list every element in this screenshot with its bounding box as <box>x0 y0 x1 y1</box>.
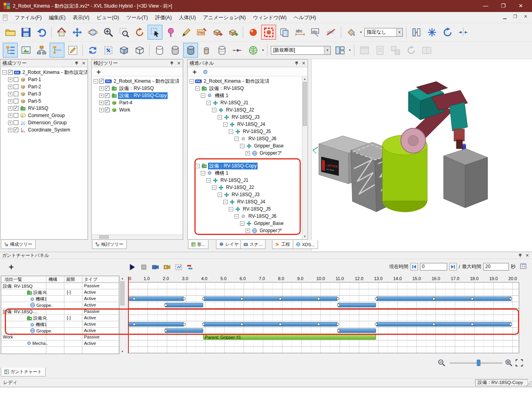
tree-item-RV-18SQ_J6[interactable]: −⊘RV-18SQ_J6 <box>188 135 307 142</box>
mdi-minimize-button[interactable]: ▁ <box>502 14 508 19</box>
pin-icon[interactable] <box>74 60 79 66</box>
gantt-row-Mecha..[interactable]: ⚙Mecha..Active <box>1 340 119 347</box>
compare-button[interactable] <box>357 43 372 58</box>
mesh-display-button[interactable] <box>246 43 260 58</box>
tab-XDS...[interactable]: XDS... <box>293 240 318 249</box>
copy-object-button[interactable] <box>277 25 292 40</box>
visibility-checkbox[interactable] <box>105 100 110 105</box>
open-button[interactable] <box>3 25 18 40</box>
visibility-checkbox[interactable] <box>105 86 110 91</box>
expander-icon[interactable]: + <box>8 85 12 89</box>
tree-item-RV-18SQ[interactable]: +RV-18SQ <box>1 105 87 112</box>
edit-mode-button[interactable] <box>65 43 80 58</box>
visibility-checkbox[interactable] <box>14 106 18 111</box>
expander-icon[interactable]: − <box>2 70 7 75</box>
highlight-select-button[interactable] <box>261 25 276 40</box>
grid-settings-icon[interactable] <box>520 263 526 271</box>
fit-window-button[interactable] <box>101 43 116 58</box>
column-header-項目一覧[interactable]: 項目一覧 <box>4 277 22 283</box>
record-movie-button[interactable] <box>150 262 160 272</box>
transform-part-button[interactable] <box>226 25 240 40</box>
expander-icon[interactable]: − <box>201 94 205 98</box>
expander-icon[interactable]: + <box>246 229 250 233</box>
tree-item-Gripper_Base[interactable]: −Gripper_Base <box>188 220 307 227</box>
expand-toggle[interactable]: [-] <box>67 290 71 295</box>
gantt-vertical-scrollbar[interactable]: ▲ ▼ <box>120 276 125 354</box>
expander-icon[interactable]: − <box>206 101 211 105</box>
column-header-タイプ[interactable]: タイプ <box>84 277 98 283</box>
expander-icon[interactable]: − <box>223 200 228 204</box>
pin-icon[interactable] <box>169 60 174 66</box>
tree-item-設備：RV-18SQ-Copy[interactable]: −設備：RV-18SQ-Copy <box>188 162 307 169</box>
section-combo[interactable]: [新規断面]▼ <box>271 46 331 55</box>
menu-item-6[interactable]: 人体(U) <box>175 12 199 23</box>
menu-item-3[interactable]: ビュー(O) <box>93 12 122 23</box>
solid-display-button[interactable] <box>116 43 131 58</box>
tree-item-RV-18SQ_J2[interactable]: −RV-18SQ_J2 <box>188 184 307 191</box>
gantt-row-機構1[interactable]: ⚙機構1Active <box>1 321 119 328</box>
chevron-down-icon[interactable]: ▼ <box>396 28 402 36</box>
max-time-input[interactable]: 20 <box>483 263 509 271</box>
gantt-row-機構1[interactable]: ⚙機構1Active <box>1 296 119 302</box>
pin-icon[interactable] <box>294 60 299 66</box>
expander-icon[interactable]: − <box>212 108 216 112</box>
save-button[interactable] <box>18 25 33 40</box>
report-button[interactable] <box>372 43 387 58</box>
bar-style-button[interactable] <box>185 262 195 272</box>
select-button[interactable] <box>148 25 162 40</box>
expander-icon[interactable]: + <box>8 106 12 111</box>
expand-toggle[interactable]: [-] <box>67 315 71 320</box>
settings-gear-icon[interactable]: ⚙ <box>203 69 208 75</box>
step-back-button[interactable] <box>410 263 418 271</box>
tree-item-RV-18SQ_J3[interactable]: −RV-18SQ_J3 <box>188 191 307 198</box>
expander-icon[interactable]: − <box>94 79 98 84</box>
tree-item-機構 1[interactable]: −⚙機構 1 <box>188 92 307 99</box>
expander-icon[interactable]: + <box>8 78 12 82</box>
paint-style-button[interactable] <box>344 25 358 40</box>
centerline-button[interactable] <box>230 43 245 58</box>
tree-item-Part-5[interactable]: +Part-5 <box>1 98 87 105</box>
gantt-row-Groppe.[interactable]: Groppe.Active <box>1 328 119 334</box>
step-forward-button[interactable] <box>449 263 457 271</box>
expander-icon[interactable]: + <box>246 151 250 155</box>
menu-item-1[interactable]: 編集(E) <box>45 12 69 23</box>
tab-composition-tree[interactable]: 構成ツリー <box>1 240 36 249</box>
snap-button[interactable] <box>424 25 439 40</box>
tree-item-RV-18SQ_J2[interactable]: −RV-18SQ_J2 <box>188 106 307 113</box>
tree-item-Part-2[interactable]: +Part-2 <box>1 83 87 90</box>
mdi-close-button[interactable]: ✕ <box>522 14 529 19</box>
menu-item-5[interactable]: 評価(A) <box>152 12 176 23</box>
chevron-down-icon[interactable]: ▼ <box>324 46 330 54</box>
tree-item-Gropperア[interactable]: +Gropperア <box>188 149 307 157</box>
tree-item-Comment_Group[interactable]: +aComment_Group <box>1 112 87 119</box>
shading-gray-button[interactable] <box>168 43 182 58</box>
expander-icon[interactable]: − <box>223 122 228 127</box>
mirror-button[interactable] <box>456 25 470 40</box>
zoom-slider-track[interactable] <box>450 362 502 364</box>
maximize-button[interactable]: ❐ <box>494 0 512 12</box>
tree-item-2_Robot_Kinema－動作設定済[interactable]: −XVL2_Robot_Kinema－動作設定済 <box>188 78 307 85</box>
gantt-row-Work[interactable]: WorkPassive <box>1 334 119 340</box>
tree-item-RV-18SQ_J4[interactable]: −RV-18SQ_J4 <box>188 121 307 128</box>
tree-item-設備：RV-18SQ[interactable]: −設備：RV-18SQ <box>188 85 307 92</box>
home-view-button[interactable] <box>54 25 69 40</box>
menu-item-4[interactable]: ツール(T) <box>123 12 152 23</box>
gantt-bar[interactable] <box>128 296 184 301</box>
menu-item-8[interactable]: ウィンドウ(W) <box>249 12 290 23</box>
zoom-button[interactable] <box>101 25 116 40</box>
add-study-item-button[interactable]: ＋ <box>95 68 102 76</box>
menu-item-0[interactable]: ファイル(F) <box>11 12 45 23</box>
texture-display-button[interactable] <box>199 43 214 58</box>
expander-icon[interactable]: − <box>218 193 222 197</box>
expander-icon[interactable]: − <box>195 86 200 91</box>
expander-icon[interactable]: + <box>99 86 104 91</box>
gantt-bar-gripper[interactable]: Parent: Gripper #1 <box>203 334 376 340</box>
image-list-button[interactable] <box>18 43 33 58</box>
tree-item-RV-18SQ_J1[interactable]: −RV-18SQ_J1 <box>188 177 307 184</box>
gantt-row-設備: RV-18SQ[interactable]: 設備: RV-18SQPassive <box>1 283 119 289</box>
visibility-checkbox[interactable] <box>14 120 18 125</box>
visibility-checkbox[interactable] <box>8 70 13 75</box>
gantt-add-button[interactable]: ＋ <box>7 261 15 272</box>
expand-tree-button[interactable] <box>50 43 64 58</box>
3d-viewport[interactable]: LATTICE XVL Studio <box>311 59 532 251</box>
